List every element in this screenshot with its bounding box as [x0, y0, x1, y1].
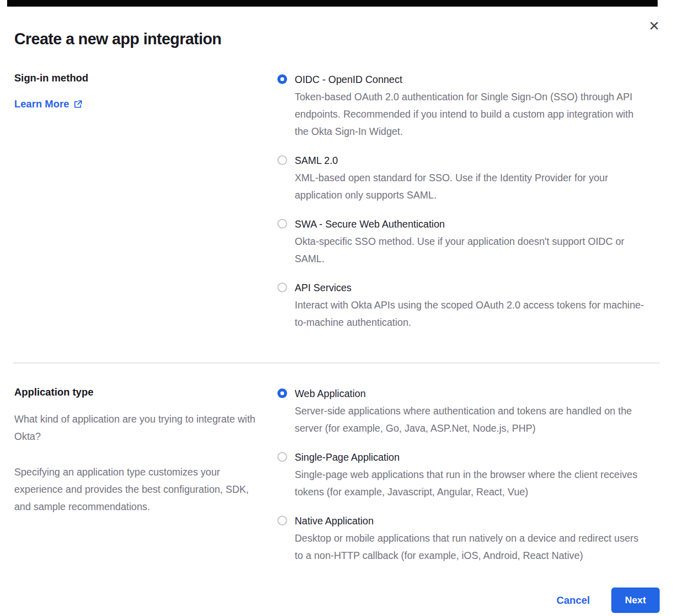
external-link-icon: [74, 100, 82, 108]
radio-option-web-application[interactable]: Web Application Server-side applications…: [277, 386, 646, 437]
radio-option-swa-secure-web-authentication[interactable]: SWA - Secure Web Authentication Okta-spe…: [277, 216, 646, 267]
section-divider: [13, 362, 660, 363]
signin-method-label: Sign-in method: [14, 72, 257, 84]
radio-button-icon[interactable]: [277, 283, 287, 292]
radio-option-oidc-openid-connect[interactable]: OIDC - OpenID Connect Token-based OAuth …: [277, 72, 646, 140]
option-description: Okta-specific SSO method. Use if your ap…: [295, 233, 646, 267]
application-type-question: What kind of application are you trying …: [14, 410, 257, 445]
radio-button-icon[interactable]: [277, 388, 287, 398]
application-type-section: Application type What kind of applicatio…: [14, 386, 660, 564]
option-description: Interact with Okta APIs using the scoped…: [295, 296, 646, 331]
top-bar: [7, 0, 658, 7]
close-button[interactable]: ✕: [647, 18, 661, 34]
radio-button-icon[interactable]: [277, 219, 287, 229]
cancel-button[interactable]: Cancel: [556, 595, 590, 606]
radio-option-single-page-application[interactable]: Single-Page Application Single-page web …: [277, 450, 646, 500]
radio-button-icon[interactable]: [277, 452, 287, 462]
option-label: SWA - Secure Web Authentication: [295, 216, 646, 232]
next-button[interactable]: Next: [611, 587, 660, 613]
radio-option-native-application[interactable]: Native Application Desktop or mobile app…: [277, 513, 646, 564]
option-label: Web Application: [295, 386, 646, 401]
option-description: Token-based OAuth 2.0 authentication for…: [295, 88, 646, 140]
signin-method-options: OIDC - OpenID Connect Token-based OAuth …: [277, 72, 646, 331]
learn-more-label: Learn More: [14, 98, 69, 110]
radio-button-icon[interactable]: [277, 516, 287, 525]
option-label: OIDC - OpenID Connect: [295, 72, 646, 87]
radio-option-api-services[interactable]: API Services Interact with Okta APIs usi…: [277, 280, 646, 331]
option-description: Desktop or mobile applications that run …: [295, 529, 646, 564]
option-description: Server-side applications where authentic…: [295, 402, 646, 437]
application-type-note: Specifying an application type customize…: [14, 463, 257, 515]
dialog-footer: Cancel Next: [14, 587, 660, 616]
option-label: Single-Page Application: [295, 450, 646, 465]
application-type-options: Web Application Server-side applications…: [277, 386, 646, 564]
radio-option-saml-2-0[interactable]: SAML 2.0 XML-based open standard for SSO…: [277, 153, 646, 204]
learn-more-link[interactable]: Learn More: [14, 98, 82, 110]
option-label: SAML 2.0: [295, 153, 646, 168]
radio-button-icon[interactable]: [277, 74, 287, 84]
radio-button-icon[interactable]: [277, 155, 287, 165]
application-type-label: Application type: [14, 386, 257, 398]
option-label: Native Application: [295, 513, 646, 528]
option-label: API Services: [295, 280, 646, 295]
option-description: Single-page web applications that run in…: [295, 466, 646, 500]
dialog-title: Create a new app integration: [14, 30, 660, 48]
close-icon: ✕: [648, 18, 660, 34]
option-description: XML-based open standard for SSO. Use if …: [295, 169, 646, 204]
signin-method-section: Sign-in method Learn More OIDC - OpenID …: [14, 72, 660, 331]
create-app-integration-dialog: Create a new app integration Sign-in met…: [0, 0, 678, 616]
